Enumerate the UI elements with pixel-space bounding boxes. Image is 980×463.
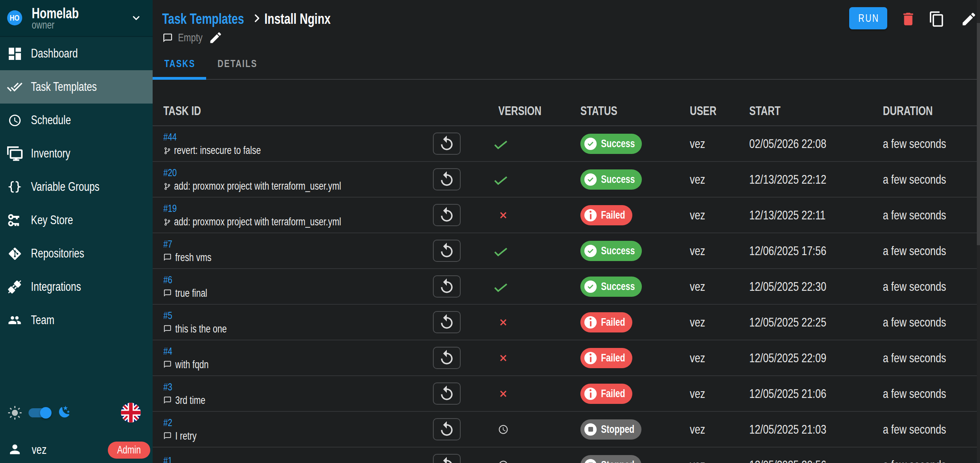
column-header-duration: DURATION — [883, 104, 980, 118]
task-id-link[interactable]: #4 — [163, 345, 433, 358]
theme-toggle-thumb[interactable] — [40, 407, 52, 419]
project-avatar: HO — [7, 10, 22, 25]
sidebar-item-key-store[interactable]: Key Store — [0, 204, 153, 237]
breadcrumb-link[interactable]: Task Templates — [162, 10, 244, 29]
rerun-task-button[interactable] — [433, 275, 461, 298]
status-icon — [584, 352, 597, 364]
dashboard-icon — [7, 46, 23, 62]
active-tab-indicator — [153, 77, 206, 80]
sidebar-item-repositories[interactable]: Repositories — [0, 237, 153, 270]
version-stopped-icon — [498, 460, 509, 463]
rerun-task-button[interactable] — [433, 382, 461, 405]
scrollbar-thumb[interactable] — [977, 23, 980, 245]
scrollbar[interactable] — [977, 0, 980, 463]
run-button[interactable]: RUN — [849, 7, 887, 29]
table-row: #1 Stopped vez — [153, 448, 980, 463]
task-id-link[interactable]: #20 — [163, 166, 433, 179]
task-user: vez — [690, 386, 705, 401]
git-branch-icon — [165, 219, 170, 226]
sidebar-item-label: Task Templates — [31, 80, 97, 94]
replay-icon — [438, 313, 456, 331]
task-id-link[interactable]: #19 — [163, 202, 433, 215]
task-duration: a few seconds — [883, 351, 946, 365]
sidebar-item-inventory[interactable]: Inventory — [0, 137, 153, 170]
task-id-link[interactable]: #5 — [163, 309, 433, 322]
page-title: Install Nginx — [264, 10, 331, 29]
rerun-task-button[interactable] — [433, 168, 461, 190]
task-id-link[interactable]: #1 — [163, 454, 433, 463]
task-user: vez — [690, 172, 705, 186]
task-id-link[interactable]: #6 — [163, 273, 433, 286]
rerun-task-button[interactable] — [433, 418, 461, 440]
sidebar-item-task-templates[interactable]: Task Templates — [0, 70, 153, 104]
git-branch-icon — [165, 183, 170, 190]
task-duration: a few seconds — [883, 422, 946, 436]
sidebar-item-label: Schedule — [31, 113, 71, 127]
status-icon — [584, 138, 597, 150]
stop-icon — [588, 427, 593, 432]
status-badge: Failed — [580, 205, 632, 225]
status-badge: Stopped — [580, 419, 641, 440]
sidebar-item-integrations[interactable]: Integrations — [0, 270, 153, 304]
sidebar-item-label: Inventory — [31, 146, 70, 161]
edit-button[interactable] — [961, 11, 977, 27]
sidebar-item-team[interactable]: Team — [0, 304, 153, 337]
comment-icon — [163, 325, 172, 333]
main-content: Task Templates Install Nginx RUN Empty T… — [153, 0, 980, 463]
copy-button[interactable] — [928, 11, 945, 27]
comment-icon — [163, 253, 172, 261]
tab-tasks[interactable]: TASKS — [153, 42, 206, 79]
sidebar-item-label: Variable Groups — [31, 180, 100, 194]
task-start: 12/13/2025 22:11 — [749, 208, 825, 222]
task-duration: a few seconds — [883, 386, 946, 401]
table-row: #44 revert: insecure to false Succes — [153, 126, 980, 162]
sidebar-item-dashboard[interactable]: Dashboard — [0, 37, 153, 70]
task-message: this is the one — [163, 322, 433, 336]
sidebar-item-label: Dashboard — [31, 46, 78, 61]
task-id-link[interactable]: #44 — [163, 131, 433, 144]
task-id-link[interactable]: #3 — [163, 380, 433, 394]
column-header-version: VERSION — [498, 104, 580, 118]
task-user: vez — [690, 136, 705, 151]
project-selector[interactable]: HO Homelab owner — [0, 0, 153, 37]
tab-details[interactable]: DETAILS — [206, 42, 268, 79]
user-row[interactable]: vez Admin — [0, 438, 153, 461]
task-user: vez — [690, 458, 705, 463]
version-failed-icon — [498, 210, 508, 220]
rerun-task-button[interactable] — [433, 311, 461, 333]
version-success-icon — [491, 134, 510, 153]
status-icon — [584, 245, 597, 257]
sidebar-item-variable-groups[interactable]: Variable Groups — [0, 170, 153, 204]
version-success-icon — [491, 170, 510, 189]
task-id-link[interactable]: #2 — [163, 416, 433, 429]
rerun-task-button[interactable] — [433, 454, 461, 463]
delete-button[interactable] — [900, 11, 917, 27]
status-icon — [584, 423, 597, 436]
status-icon — [584, 459, 597, 463]
task-user: vez — [690, 422, 705, 436]
check-icon — [587, 140, 594, 148]
task-start: 12/05/2025 21:03 — [749, 422, 826, 436]
rerun-task-button[interactable] — [433, 204, 461, 226]
sidebar-item-label: Repositories — [31, 246, 84, 261]
task-start: 12/05/2025 22:30 — [749, 279, 826, 294]
rerun-task-button[interactable] — [433, 133, 461, 155]
info-icon-bar — [590, 321, 591, 327]
table-row: #5 this is the one Failed — [153, 305, 980, 340]
column-header-task-id: TASK ID — [163, 104, 433, 118]
task-id-link[interactable]: #7 — [163, 238, 433, 251]
status-icon — [584, 280, 597, 293]
person-icon — [8, 442, 22, 457]
sidebar-item-schedule[interactable]: Schedule — [0, 104, 153, 137]
tab-bar: TASKS DETAILS — [153, 42, 980, 80]
status-badge: Success — [580, 134, 642, 154]
chevron-down-icon — [131, 13, 142, 23]
uk-flag-icon[interactable] — [121, 403, 141, 423]
replay-icon — [438, 385, 456, 402]
task-duration: a few seconds — [883, 315, 946, 329]
info-icon-bar — [590, 392, 591, 398]
theme-toggle[interactable] — [29, 408, 51, 417]
rerun-task-button[interactable] — [433, 240, 461, 262]
table-header: TASK ID VERSION STATUS USER START DURATI… — [153, 91, 980, 126]
rerun-task-button[interactable] — [433, 347, 461, 369]
